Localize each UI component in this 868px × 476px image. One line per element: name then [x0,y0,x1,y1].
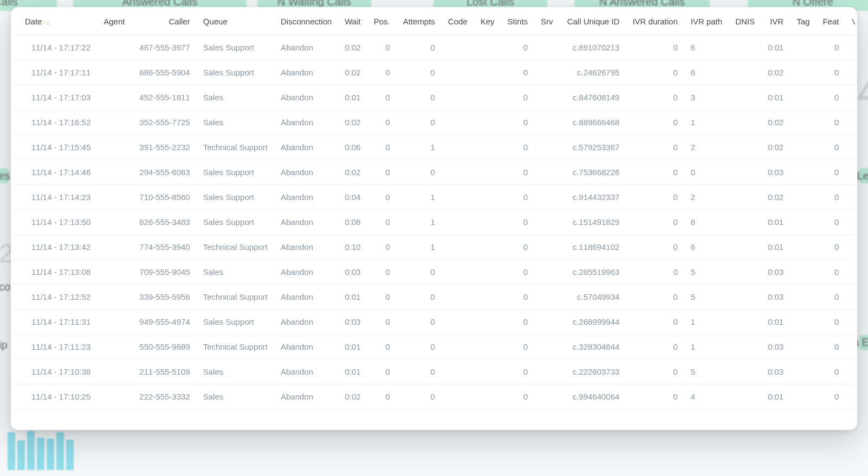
table-row[interactable]: 11/14 - 17:13:08709-555-9045SalesAbandon… [13,260,855,285]
table-row[interactable]: 11/14 - 17:15:45391-555-2232Technical Su… [13,135,855,160]
cell-date: 11/14 - 17:16:52 [13,110,97,135]
cell-code [442,35,474,60]
column-header-pos[interactable]: Pos. [367,7,397,35]
cell-srv [534,235,560,260]
cell-att: 0 [397,260,442,285]
cell-ivrp: 2 [684,185,729,210]
cell-dnis [729,335,761,359]
table-row[interactable]: 11/14 - 17:17:11686-555-5904Sales Suppor… [13,60,855,85]
cell-key [474,359,501,384]
cell-att: 0 [397,60,442,85]
cell-feat: 0 [816,285,845,310]
column-header-ivr-duration[interactable]: IVR duration [626,7,684,35]
cell-disc: Abandon [274,60,338,85]
cell-srv [534,185,560,210]
cell-agent [97,260,131,285]
column-header-dnis[interactable]: DNIS [729,7,761,35]
cell-dnis [729,235,761,260]
cell-ivrp: 8 [684,210,729,235]
cell-ivr: 0:03 [761,285,790,310]
cell-pos: 0 [367,359,397,384]
cell-date: 11/14 - 17:11:31 [13,310,97,335]
cell-key [474,235,501,260]
cell-ivrd: 0 [626,160,684,185]
table-row[interactable]: 11/14 - 17:12:52339-555-5956Technical Su… [13,285,855,310]
table-row[interactable]: 11/14 - 17:11:23550-555-9689Technical Su… [13,335,855,359]
cell-cuid: c.994640064 [560,384,626,409]
column-header-queue[interactable]: Queue [197,7,274,35]
cell-queue: Sales [197,260,274,285]
table-row[interactable]: 11/14 - 17:13:42774-555-3940Technical Su… [13,235,855,260]
cell-wait: 0:02 [338,60,367,85]
cell-date: 11/14 - 17:14:23 [13,185,97,210]
table-row[interactable]: 11/14 - 17:17:22467-555-3977Sales Suppor… [13,35,855,60]
table-row[interactable]: 11/14 - 17:16:52352-555-7725SalesAbandon… [13,110,855,135]
cell-srv [534,384,560,409]
table-row[interactable]: 11/14 - 17:17:03452-555-1811SalesAbandon… [13,85,855,110]
cell-pos: 0 [367,384,397,409]
table-row[interactable]: 11/14 - 17:10:25222-555-3332SalesAbandon… [13,384,855,409]
table-row[interactable]: 11/14 - 17:11:31949-555-4974Sales Suppor… [13,310,855,335]
cell-queue: Sales Support [197,185,274,210]
cell-wait: 0:01 [338,85,367,110]
cell-srv [534,359,560,384]
cell-cuid: c.24626795 [560,60,626,85]
cell-key [474,335,501,359]
column-header-srv[interactable]: Srv [534,7,560,35]
cell-queue: Sales Support [197,210,274,235]
sort-icon: ↑↓ [43,18,50,25]
cell-code [442,285,474,310]
cell-key [474,384,501,409]
calls-table: Date↑↓ Agent Caller Queue Disconnection … [13,7,855,409]
cell-wait: 0:06 [338,135,367,160]
column-header-ivr-path[interactable]: IVR path [684,7,729,35]
column-header-tag[interactable]: Tag [790,7,816,35]
cell-ivr: 0:01 [761,384,790,409]
cell-disc: Abandon [274,359,338,384]
cell-vars: 0 [845,359,855,384]
cell-vars: 0 [845,210,855,235]
cell-stints: 0 [501,384,535,409]
column-header-attempts[interactable]: Attempts [397,7,442,35]
cell-wait: 0:02 [338,35,367,60]
cell-agent [97,359,131,384]
bg-bar-chart [8,431,74,470]
column-header-date[interactable]: Date↑↓ [13,7,97,35]
cell-vars: 0 [845,310,855,335]
column-header-key[interactable]: Key [474,7,501,35]
cell-stints: 0 [501,285,535,310]
column-header-feat[interactable]: Feat [816,7,845,35]
cell-key [474,135,501,160]
cell-vars: 0 [845,160,855,185]
column-header-call-unique-id[interactable]: Call Unique ID [560,7,626,35]
cell-queue: Sales Support [197,160,274,185]
cell-vars: 0 [845,335,855,359]
column-header-disconnection[interactable]: Disconnection [274,7,338,35]
table-row[interactable]: 11/14 - 17:13:50826-555-3483Sales Suppor… [13,210,855,235]
table-row[interactable]: 11/14 - 17:14:46294-555-6083Sales Suppor… [13,160,855,185]
table-row[interactable]: 11/14 - 17:14:23710-555-8560Sales Suppor… [13,185,855,210]
cell-att: 1 [397,235,442,260]
table-row[interactable]: 11/14 - 17:10:38211-555-5109SalesAbandon… [13,359,855,384]
column-header-caller[interactable]: Caller [131,7,196,35]
cell-disc: Abandon [274,135,338,160]
cell-tag [790,160,816,185]
column-header-stints[interactable]: Stints [501,7,535,35]
cell-disc: Abandon [274,35,338,60]
cell-cuid: c.753668226 [560,160,626,185]
cell-feat: 0 [816,384,845,409]
cell-date: 11/14 - 17:17:11 [13,60,97,85]
calls-table-scroll[interactable]: Date↑↓ Agent Caller Queue Disconnection … [13,7,855,430]
cell-att: 0 [397,335,442,359]
column-header-ivr[interactable]: IVR [761,7,790,35]
cell-date: 11/14 - 17:14:46 [13,160,97,185]
column-header-code[interactable]: Code [442,7,474,35]
cell-date: 11/14 - 17:10:38 [13,359,97,384]
column-header-vars[interactable]: Vars [845,7,855,35]
cell-code [442,185,474,210]
cell-feat: 0 [816,135,845,160]
cell-srv [534,310,560,335]
cell-stints: 0 [501,135,535,160]
column-header-agent[interactable]: Agent [97,7,131,35]
column-header-wait[interactable]: Wait [338,7,367,35]
